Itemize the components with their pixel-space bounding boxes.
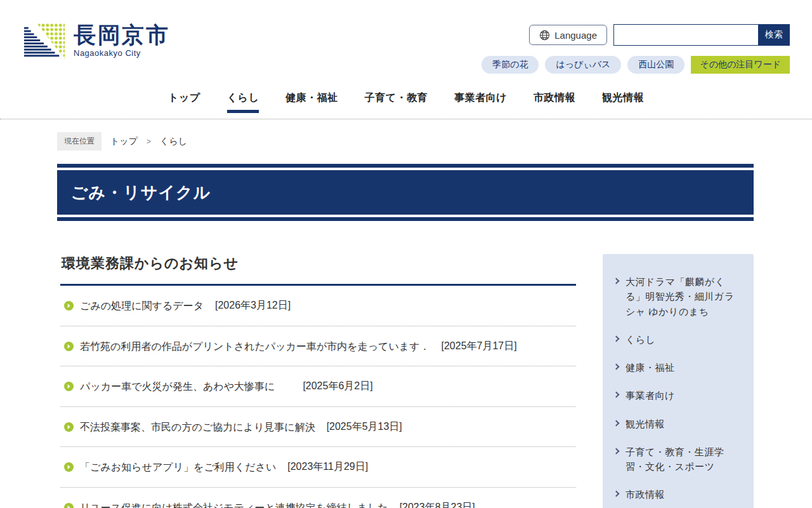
arrow-circle-icon bbox=[64, 462, 74, 472]
arrow-circle-icon bbox=[64, 503, 74, 508]
language-button-label: Language bbox=[554, 30, 597, 41]
news-link: 不法投棄事案、市民の方のご協力により見事に解決 bbox=[80, 420, 315, 434]
city-logo-mark-icon bbox=[24, 23, 65, 60]
search-input[interactable] bbox=[613, 24, 758, 46]
sidebar-related-links: 大河ドラマ「麒麟がくる」明智光秀・細川ガラシャ ゆかりのまち くらし 健康・福祉… bbox=[603, 254, 754, 508]
sidebar-item-label: 大河ドラマ「麒麟がくる」明智光秀・細川ガラシャ ゆかりのまち bbox=[625, 274, 742, 319]
nav-item-kurashi[interactable]: くらし bbox=[227, 91, 259, 119]
sidebar-item-kurashi[interactable]: くらし bbox=[614, 332, 742, 347]
breadcrumb-label: 現在位置 bbox=[57, 132, 102, 150]
news-section: 環境業務課からのお知らせ ごみの処理に関するデータ [2026年3月12日] 若… bbox=[60, 254, 576, 508]
news-link: リユース促進に向け株式会社ジモティーと連携協定を締結しました bbox=[80, 501, 388, 508]
news-item[interactable]: 若竹苑の利用者の作品がプリントされたパッカー車が市内を走っています． [2025… bbox=[60, 326, 576, 367]
chevron-right-icon bbox=[613, 491, 620, 497]
site-title-en: Nagaokakyo City bbox=[74, 48, 170, 58]
nav-item-top[interactable]: トップ bbox=[168, 91, 200, 119]
news-item[interactable]: リユース促進に向け株式会社ジモティーと連携協定を締結しました [2023年8月2… bbox=[60, 488, 576, 508]
news-link: 若竹苑の利用者の作品がプリントされたパッカー車が市内を走っています． bbox=[80, 340, 430, 354]
chevron-right-icon bbox=[613, 420, 620, 426]
global-nav: トップ くらし 健康・福祉 子育て・教育 事業者向け 市政情報 観光情報 bbox=[0, 81, 812, 119]
nav-item-business[interactable]: 事業者向け bbox=[454, 91, 507, 119]
sidebar-item-tourism[interactable]: 観光情報 bbox=[614, 417, 742, 431]
nav-item-tourism[interactable]: 観光情報 bbox=[602, 91, 644, 119]
section-title: 環境業務課からのお知らせ bbox=[62, 254, 576, 273]
sidebar-item-label: 事業者向け bbox=[625, 388, 675, 403]
breadcrumb: 現在位置 トップ > くらし bbox=[57, 132, 812, 150]
chevron-right-icon bbox=[613, 448, 620, 454]
banner-bottom-rule bbox=[57, 217, 754, 221]
news-item[interactable]: ごみの処理に関するデータ [2026年3月12日] bbox=[60, 286, 576, 326]
sidebar-item-health-welfare[interactable]: 健康・福祉 bbox=[614, 360, 742, 375]
chevron-right-icon bbox=[613, 392, 620, 398]
news-list: ごみの処理に関するデータ [2026年3月12日] 若竹苑の利用者の作品がプリン… bbox=[60, 286, 576, 508]
site-title: 長岡京市 bbox=[74, 23, 170, 48]
page-title: ごみ・リサイクル bbox=[71, 182, 211, 204]
news-date: [2023年8月23日] bbox=[400, 501, 475, 508]
site-logo[interactable]: 長岡京市 Nagaokakyo City bbox=[24, 23, 170, 60]
nav-item-childcare-education[interactable]: 子育て・教育 bbox=[365, 91, 428, 119]
sidebar-item-label: 健康・福祉 bbox=[625, 360, 675, 375]
arrow-circle-icon bbox=[64, 301, 74, 311]
news-link: パッカー車で火災が発生、あわや大惨事に bbox=[80, 380, 275, 394]
nav-item-city-info[interactable]: 市政情報 bbox=[534, 91, 575, 119]
tag-other-keywords[interactable]: その他の注目ワード bbox=[691, 56, 790, 74]
news-date: [2025年6月2日] bbox=[303, 380, 372, 393]
sidebar-item-label: くらし bbox=[625, 332, 656, 347]
breadcrumb-separator: > bbox=[147, 137, 151, 146]
chevron-right-icon bbox=[613, 335, 620, 342]
news-link: ごみの処理に関するデータ bbox=[80, 299, 204, 313]
tag-nishiyama-park[interactable]: 西山公園 bbox=[627, 56, 684, 74]
breadcrumb-item-kurashi[interactable]: くらし bbox=[160, 136, 187, 147]
tag-happy-bus[interactable]: はっぴぃバス bbox=[545, 56, 621, 74]
arrow-circle-icon bbox=[64, 342, 74, 351]
sidebar-item-city-info[interactable]: 市政情報 bbox=[614, 487, 742, 502]
news-date: [2025年7月17日] bbox=[442, 340, 517, 353]
sidebar-item-taiga-drama[interactable]: 大河ドラマ「麒麟がくる」明智光秀・細川ガラシャ ゆかりのまち bbox=[614, 274, 742, 319]
search-button[interactable]: 検索 bbox=[758, 24, 790, 46]
globe-icon bbox=[539, 30, 550, 41]
sidebar-item-childcare-education[interactable]: 子育て・教育・生涯学習・文化・スポーツ bbox=[614, 444, 742, 474]
news-date: [2025年5月13日] bbox=[327, 420, 402, 434]
news-item[interactable]: パッカー車で火災が発生、あわや大惨事に [2025年6月2日] bbox=[60, 366, 576, 407]
news-date: [2026年3月12日] bbox=[215, 299, 291, 312]
banner-top-rule bbox=[57, 164, 754, 168]
page-title-banner: ごみ・リサイクル bbox=[57, 164, 754, 221]
site-header: 長岡京市 Nagaokakyo City Language 検索 bbox=[0, 0, 812, 81]
tag-seasonal-flowers[interactable]: 季節の花 bbox=[481, 56, 539, 74]
language-button[interactable]: Language bbox=[529, 25, 607, 45]
news-item[interactable]: 不法投棄事案、市民の方のご協力により見事に解決 [2025年5月13日] bbox=[60, 407, 576, 448]
chevron-right-icon bbox=[613, 278, 620, 284]
sidebar-item-business[interactable]: 事業者向け bbox=[614, 388, 742, 403]
sidebar-item-label: 市政情報 bbox=[625, 487, 665, 502]
nav-item-health-welfare[interactable]: 健康・福祉 bbox=[285, 91, 338, 119]
sidebar-item-label: 観光情報 bbox=[625, 417, 665, 431]
breadcrumb-item-top[interactable]: トップ bbox=[110, 136, 138, 147]
news-item[interactable]: 「ごみお知らせアプリ」をご利用ください [2023年11月29日] bbox=[60, 447, 576, 488]
sidebar-item-label: 子育て・教育・生涯学習・文化・スポーツ bbox=[625, 444, 742, 474]
news-link: 「ごみお知らせアプリ」をご利用ください bbox=[80, 460, 276, 474]
chevron-right-icon bbox=[613, 364, 620, 370]
arrow-circle-icon bbox=[64, 382, 74, 391]
arrow-circle-icon bbox=[64, 422, 74, 432]
news-date: [2023年11月29日] bbox=[287, 460, 368, 474]
